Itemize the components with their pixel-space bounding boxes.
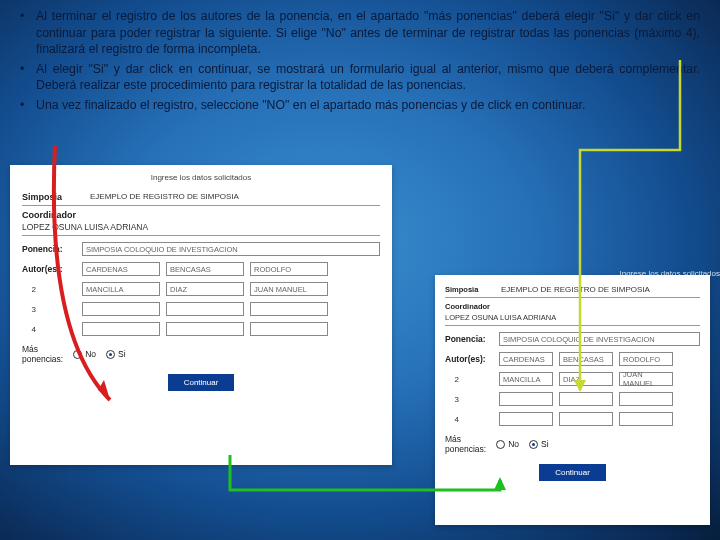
mas-sub: ponencias:	[22, 354, 63, 364]
bullet-3: Una vez finalizado el registro, seleccio…	[20, 97, 700, 114]
mas-ponencias-group-right: Más ponencias: No Si	[445, 434, 700, 454]
author-2b[interactable]: DIAZ	[166, 282, 244, 296]
section-subtitle-r: EJEMPLO DE REGISTRO DE SIMPOSIA	[501, 285, 650, 294]
author-r4b[interactable]	[559, 412, 613, 426]
author-r2b[interactable]: DIAZ	[559, 372, 613, 386]
row-num-3r: 3	[445, 395, 459, 404]
form-header: Ingrese los datos solicitados	[22, 173, 380, 182]
author-1a[interactable]: CARDENAS	[82, 262, 160, 276]
ponencia-label-r: Ponencia:	[445, 334, 493, 344]
author-r1a[interactable]: CARDENAS	[499, 352, 553, 366]
mas-label-r: Más	[445, 434, 486, 444]
continuar-button-right[interactable]: Continuar	[539, 464, 606, 481]
row-num-4: 4	[22, 325, 36, 334]
coordinator-label-r: Coordinador	[445, 302, 700, 311]
mas-sub-r: ponencias:	[445, 444, 486, 454]
row-num-2r: 2	[445, 375, 459, 384]
form-screenshot-left: Ingrese los datos solicitados Simposia E…	[10, 165, 392, 465]
instruction-bullets: Al terminar el registro de los autores d…	[0, 0, 720, 114]
author-r4a[interactable]	[499, 412, 553, 426]
radio-no-left[interactable]: No	[73, 349, 96, 359]
author-2c[interactable]: JUAN MANUEL	[250, 282, 328, 296]
form-screenshot-right: Simposia EJEMPLO DE REGISTRO DE SIMPOSIA…	[435, 275, 710, 525]
bullet-2: Al elegir "Si" y dar click en continuar,…	[20, 61, 700, 94]
continuar-button-left[interactable]: Continuar	[168, 374, 235, 391]
bullet-1: Al terminar el registro de los autores d…	[20, 8, 700, 58]
author-r3a[interactable]	[499, 392, 553, 406]
author-r2a[interactable]: MANCILLA	[499, 372, 553, 386]
author-r1c[interactable]: RODOLFO	[619, 352, 673, 366]
author-r1b[interactable]: BENCASAS	[559, 352, 613, 366]
section-title-r: Simposia	[445, 285, 501, 294]
coordinator-name: LOPEZ OSUNA LUISA ADRIANA	[22, 222, 380, 236]
mas-ponencias-group-left: Más ponencias: No Si	[22, 344, 380, 364]
author-4c[interactable]	[250, 322, 328, 336]
author-4b[interactable]	[166, 322, 244, 336]
row-num-3: 3	[22, 305, 36, 314]
author-4a[interactable]	[82, 322, 160, 336]
author-r3b[interactable]	[559, 392, 613, 406]
author-r3c[interactable]	[619, 392, 673, 406]
coordinator-label: Coordinador	[22, 210, 380, 220]
radio-si-left[interactable]: Si	[106, 349, 126, 359]
author-1b[interactable]: BENCASAS	[166, 262, 244, 276]
row-num-2: 2	[22, 285, 36, 294]
coordinator-name-r: LOPEZ OSUNA LUISA ADRIANA	[445, 313, 700, 326]
author-3a[interactable]	[82, 302, 160, 316]
author-r2c[interactable]: JUAN MANUEL	[619, 372, 673, 386]
author-2a[interactable]: MANCILLA	[82, 282, 160, 296]
author-1c[interactable]: RODOLFO	[250, 262, 328, 276]
row-num-4r: 4	[445, 415, 459, 424]
author-3c[interactable]	[250, 302, 328, 316]
author-3b[interactable]	[166, 302, 244, 316]
section-subtitle: EJEMPLO DE REGISTRO DE SIMPOSIA	[90, 192, 239, 202]
autores-label-r: Autor(es):	[445, 354, 493, 364]
author-r4c[interactable]	[619, 412, 673, 426]
radio-si-right[interactable]: Si	[529, 439, 549, 449]
ponencia-input-r[interactable]: SIMPOSIA COLOQUIO DE INVESTIGACION	[499, 332, 700, 346]
radio-no-right[interactable]: No	[496, 439, 519, 449]
ponencia-input[interactable]: SIMPOSIA COLOQUIO DE INVESTIGACION	[82, 242, 380, 256]
autores-label: Autor(es):	[22, 264, 76, 274]
mas-label: Más	[22, 344, 63, 354]
ponencia-label: Ponencia:	[22, 244, 76, 254]
section-title: Simposia	[22, 192, 90, 202]
